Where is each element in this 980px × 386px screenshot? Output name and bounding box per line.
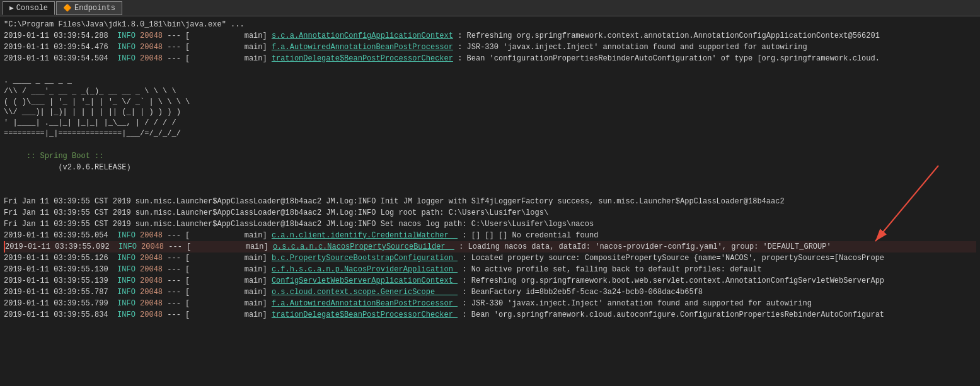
ascii-line-1: . ____ _ __ _ _ bbox=[4, 76, 976, 86]
ascii-line-3: ( ( )\___ | '_ | '_| | '_ \/ _` | \ \ \ … bbox=[4, 97, 976, 108]
log-line-10: 2019-01-11 03:39:55.799 INFO 20048 --- [… bbox=[4, 298, 976, 309]
blank-1 bbox=[4, 64, 976, 76]
log-line-5-highlighted: 2019-01-11 03:39:55.092 INFO 20048 --- [… bbox=[4, 241, 976, 253]
spring-boot-label: :: Spring Boot :: (v2.0.6.RELEASE) bbox=[4, 139, 976, 184]
tab-endpoints-label: Endpoints bbox=[74, 4, 115, 13]
jm-line-1: Fri Jan 11 03:39:55 CST 2019 sun.misc.La… bbox=[4, 196, 976, 207]
jm-line-2: Fri Jan 11 03:39:55 CST 2019 sun.misc.La… bbox=[4, 207, 976, 219]
ascii-line-4: \\/ ___)| |_)| | | | | || (_| | ) ) ) ) bbox=[4, 107, 976, 118]
ascii-line-2: /\\ / ___'_ __ _ _(_)_ __ __ _ \ \ \ \ bbox=[4, 86, 976, 97]
toolbar: ▶ Console 🔶 Endpoints bbox=[0, 0, 980, 16]
log-line-2: 2019-01-11 03:39:54.476 INFO 20048 --- [… bbox=[4, 42, 976, 53]
log-line-3: 2019-01-11 03:39:54.504 INFO 20048 --- [… bbox=[4, 53, 976, 64]
ascii-line-5: ' |____| .__|_| |_|_| |_\__, | / / / / bbox=[4, 118, 976, 128]
console-output: "C:\Program Files\Java\jdk1.8.0_181\bin\… bbox=[0, 16, 980, 386]
jm-line-3: Fri Jan 11 03:39:55 CST 2019 sun.misc.La… bbox=[4, 219, 976, 230]
blank-2 bbox=[4, 184, 976, 196]
tab-endpoints[interactable]: 🔶 Endpoints bbox=[56, 1, 122, 15]
log-line-8: 2019-01-11 03:39:55.139 INFO 20048 --- [… bbox=[4, 275, 976, 287]
log-line-9: 2019-01-11 03:39:55.787 INFO 20048 --- [… bbox=[4, 287, 976, 298]
log-line-6: 2019-01-11 03:39:55.126 INFO 20048 --- [… bbox=[4, 253, 976, 264]
console-icon: ▶ bbox=[9, 4, 14, 12]
ascii-art: . ____ _ __ _ _ /\\ / ___'_ __ _ _(_)_ _… bbox=[4, 76, 976, 139]
arrow-annotation: 2019-01-11 03:39:55.092 INFO 20048 --- [… bbox=[4, 241, 976, 253]
tab-console[interactable]: ▶ Console bbox=[3, 1, 55, 15]
ascii-line-6: =========|_|==============|___/=/_/_/_/ bbox=[4, 128, 976, 139]
cmd-line: "C:\Program Files\Java\jdk1.8.0_181\bin\… bbox=[4, 19, 976, 30]
log-line-4: 2019-01-11 03:39:55.054 INFO 20048 --- [… bbox=[4, 230, 976, 241]
tab-console-label: Console bbox=[16, 4, 48, 13]
log-line-7: 2019-01-11 03:39:55.130 INFO 20048 --- [… bbox=[4, 264, 976, 275]
log-line-11: 2019-01-11 03:39:55.834 INFO 20048 --- [… bbox=[4, 309, 976, 321]
log-line-1: 2019-01-11 03:39:54.288 INFO 20048 --- [… bbox=[4, 30, 976, 42]
endpoints-icon: 🔶 bbox=[63, 4, 72, 12]
